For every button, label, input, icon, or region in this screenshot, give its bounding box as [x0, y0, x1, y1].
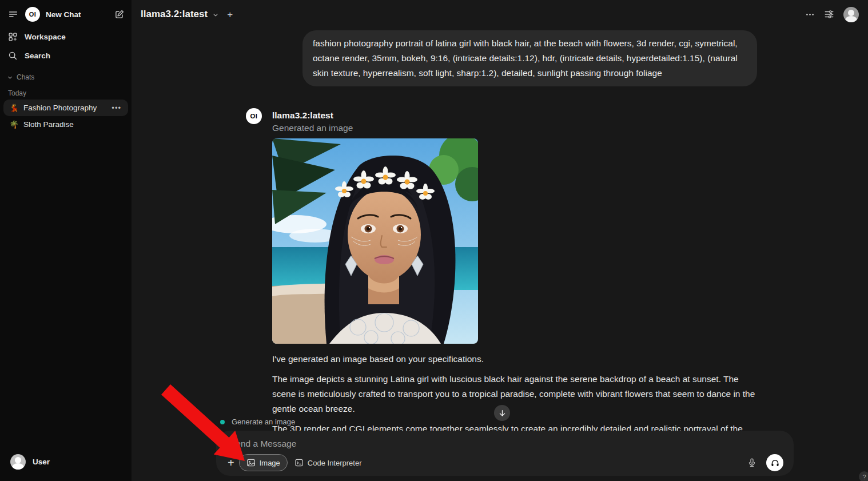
chat-item-sloth-paradise[interactable]: 🌴 Sloth Paradise — [3, 116, 128, 133]
main-area: llama3.2:latest + fashion photography po… — [132, 0, 868, 481]
message-composer: + Image Code Interpreter — [216, 431, 794, 476]
user-name: User — [33, 458, 50, 466]
search-icon — [8, 51, 18, 61]
chat-title: Fashion Photography — [23, 104, 106, 112]
arrow-down-icon — [498, 409, 507, 418]
chat-menu-icon[interactable]: ••• — [110, 104, 122, 112]
image-icon — [246, 458, 256, 467]
user-message: fashion photography portrait of latina g… — [302, 30, 757, 86]
workspace-label: Workspace — [25, 33, 66, 41]
chevron-down-icon — [212, 11, 219, 18]
model-name: llama3.2:latest — [141, 9, 208, 20]
new-chat-plus-button[interactable]: + — [227, 10, 233, 19]
scroll-to-bottom-button[interactable] — [494, 405, 510, 421]
topbar-right — [805, 7, 859, 22]
composer-toolbar: + Image Code Interpreter — [224, 454, 783, 471]
search-label: Search — [25, 51, 50, 60]
more-options-icon[interactable] — [805, 10, 815, 19]
workspace-icon — [8, 32, 18, 42]
generated-image[interactable] — [272, 138, 478, 344]
assistant-model-name: llama3.2:latest — [272, 108, 757, 121]
user-avatar — [10, 454, 26, 470]
status-text: Generate an image — [232, 418, 295, 426]
app-logo: OI — [25, 7, 40, 22]
microphone-icon[interactable] — [746, 456, 758, 469]
code-interpreter-button[interactable]: Code Interpreter — [288, 455, 369, 471]
assistant-message: OI llama3.2:latest Generated an image — [242, 108, 757, 436]
chat-emoji: 🌴 — [9, 120, 19, 129]
help-button[interactable]: ? — [859, 471, 868, 481]
status-dot — [220, 420, 225, 424]
chat-title: Sloth Paradise — [23, 120, 122, 129]
code-interpreter-label: Code Interpreter — [308, 459, 362, 467]
chats-section-toggle[interactable]: Chats — [0, 65, 132, 84]
chat-list: 💃 Fashion Photography ••• 🌴 Sloth Paradi… — [0, 100, 132, 133]
attach-button[interactable]: + — [224, 457, 239, 468]
topbar: llama3.2:latest + — [132, 0, 868, 29]
sidebar-footer: User — [0, 445, 132, 481]
sidebar-item-search[interactable]: Search — [0, 46, 132, 65]
generation-status: Generate an image — [220, 418, 295, 426]
new-chat-icon[interactable] — [114, 9, 125, 19]
assistant-avatar: OI — [246, 108, 262, 124]
sidebar-header: OI New Chat — [0, 0, 132, 27]
new-chat-label[interactable]: New Chat — [46, 10, 109, 19]
image-generation-button[interactable]: Image — [239, 454, 288, 471]
chat-item-fashion-photography[interactable]: 💃 Fashion Photography ••• — [3, 100, 128, 116]
headphones-icon — [770, 458, 780, 468]
controls-sliders-icon[interactable] — [824, 9, 834, 19]
sidebar-toggle-icon[interactable] — [7, 8, 19, 21]
assistant-response-text: I've generated an image based on your sp… — [272, 352, 757, 436]
today-label: Today — [0, 84, 132, 100]
response-paragraph: The image depicts a stunning Latina girl… — [272, 372, 757, 416]
assistant-status: Generated an image — [272, 123, 757, 133]
sidebar: OI New Chat Workspace Search Chats Today… — [0, 0, 132, 481]
profile-avatar[interactable] — [843, 7, 859, 22]
response-paragraph: I've generated an image based on your sp… — [272, 352, 757, 367]
chat-thread: fashion photography portrait of latina g… — [242, 29, 757, 442]
message-input[interactable] — [224, 436, 783, 453]
image-button-label: Image — [260, 459, 280, 467]
sidebar-item-workspace[interactable]: Workspace — [0, 27, 132, 46]
model-selector[interactable]: llama3.2:latest — [141, 9, 219, 20]
chats-label: Chats — [17, 73, 34, 81]
chat-emoji: 💃 — [9, 104, 19, 112]
terminal-icon — [294, 458, 304, 467]
chevron-down-icon — [7, 74, 13, 81]
user-menu[interactable]: User — [7, 451, 125, 473]
voice-call-button[interactable] — [766, 454, 783, 471]
composer-right — [746, 454, 783, 471]
